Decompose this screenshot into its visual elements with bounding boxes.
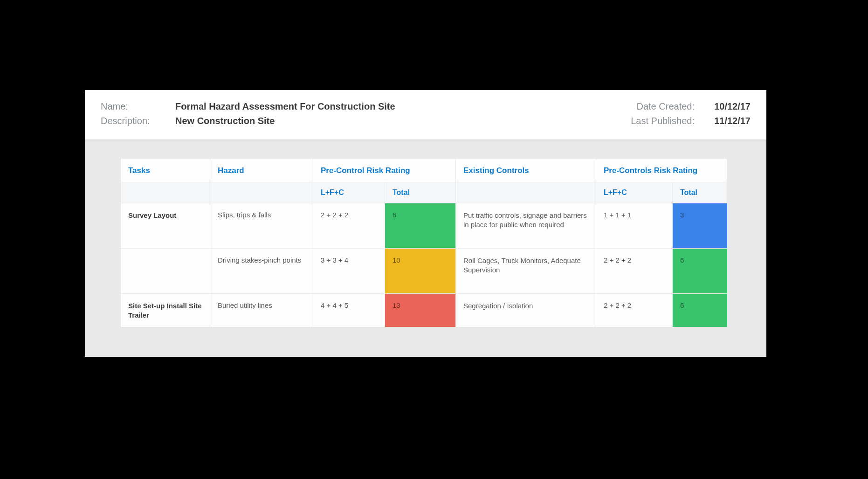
cell-total-post: 3 [673,203,727,248]
label-last-published: Last Published: [631,116,695,126]
cell-lfc: 3 + 3 + 4 [313,249,385,293]
cell-hazard: Buried utility lines [210,294,313,327]
label-name: Name: [101,101,175,112]
table-header-row-2: L+F+C Total L+F+C Total [121,182,727,203]
cell-total-pre: 10 [385,249,456,293]
cell-lfc: 2 + 2 + 2 [313,203,385,248]
risk-table: Tasks Hazard Pre-Control Risk Rating Exi… [120,158,727,327]
value-name: Formal Hazard Assessment For Constructio… [175,101,395,112]
value-last-published: 11/12/17 [707,116,751,126]
table-row: Driving stakes-pinch points 3 + 3 + 4 10… [121,249,727,294]
col-hazard: Hazard [210,159,313,182]
col-existing-sub [456,182,596,203]
table-row: Site Set-up Install Site Trailer Buried … [121,294,727,327]
cell-controls: Put traffic controls, signage and barrie… [456,203,596,248]
col-lfc-2: L+F+C [596,182,673,203]
label-description: Description: [101,116,175,126]
col-hazard-sub [210,182,313,203]
cell-hazard: Slips, trips & falls [210,203,313,248]
value-description: New Construction Site [175,116,275,126]
table-row: Survey Layout Slips, trips & falls 2 + 2… [121,203,727,249]
cell-total-post: 6 [673,294,727,327]
cell-hazard: Driving stakes-pinch points [210,249,313,293]
cell-task: Survey Layout [121,203,210,248]
col-total-1: Total [385,182,456,203]
cell-total-pre: 13 [385,294,456,327]
cell-task [121,249,210,293]
label-date-created: Date Created: [636,101,695,112]
cell-total-pre: 6 [385,203,456,248]
cell-lfc: 4 + 4 + 5 [313,294,385,327]
col-precontrols2: Pre-Controls Risk Rating [596,159,727,182]
cell-lfc2: 2 + 2 + 2 [596,294,673,327]
col-precontrol: Pre-Control Risk Rating [313,159,456,182]
col-tasks-sub [121,182,210,203]
col-tasks: Tasks [121,159,210,182]
value-date-created: 10/12/17 [707,101,751,112]
cell-lfc2: 2 + 2 + 2 [596,249,673,293]
header-row-desc: Description: New Construction Site Last … [101,116,751,126]
cell-task: Site Set-up Install Site Trailer [121,294,210,327]
cell-lfc2: 1 + 1 + 1 [596,203,673,248]
header-row-name: Name: Formal Hazard Assessment For Const… [101,101,751,112]
col-lfc-1: L+F+C [313,182,385,203]
col-total-2: Total [673,182,727,203]
header-band: Name: Formal Hazard Assessment For Const… [85,90,766,139]
col-existing: Existing Controls [456,159,596,182]
cell-controls: Roll Cages, Truck Monitors, Adequate Sup… [456,249,596,293]
table-header-row-1: Tasks Hazard Pre-Control Risk Rating Exi… [121,159,727,182]
cell-controls: Segregation / Isolation [456,294,596,327]
cell-total-post: 6 [673,249,727,293]
